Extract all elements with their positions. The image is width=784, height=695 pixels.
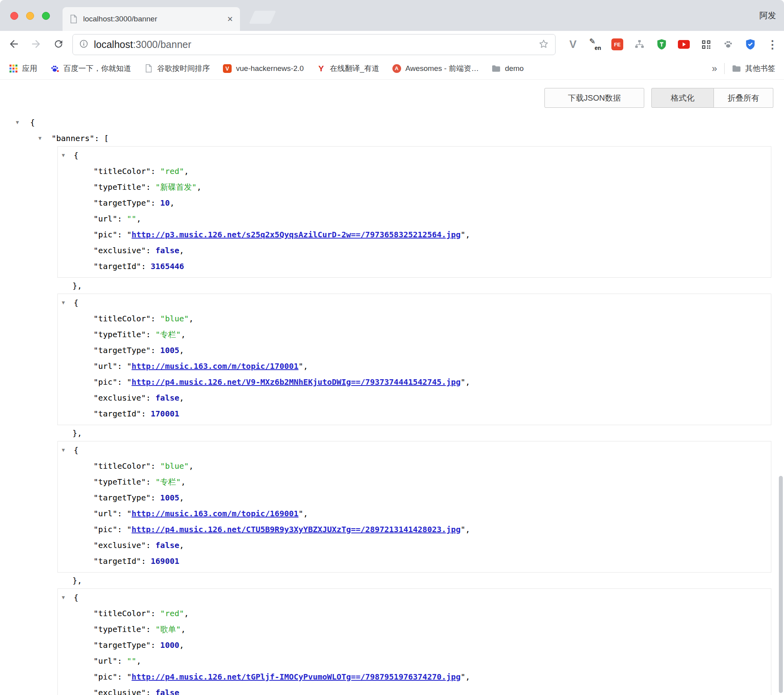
json-object-close: },: [16, 425, 771, 441]
json-tree: ▼{▼"banners": [▼{"titleColor": "red","ty…: [16, 115, 771, 695]
json-number-value: 1000: [160, 640, 179, 650]
collapse-all-button[interactable]: 折叠所有: [714, 88, 773, 108]
banner-object-box: ▼{"titleColor": "blue","typeTitle": "专栏"…: [57, 294, 771, 425]
bookmark-item[interactable]: Vvue-hackernews-2.0: [223, 64, 304, 73]
json-property-line: "targetType": 10,: [58, 195, 771, 211]
collapse-triangle-icon[interactable]: ▼: [62, 295, 65, 311]
fe-icon[interactable]: FE: [609, 36, 626, 53]
json-object-open: ▼{: [58, 295, 771, 311]
url-text[interactable]: localhost:3000/banner: [94, 39, 533, 50]
new-tab-button[interactable]: [249, 11, 276, 24]
format-button[interactable]: 格式化: [651, 88, 714, 108]
json-key: "typeTitle": [93, 182, 146, 192]
bookmarks-overflow-icon[interactable]: »: [712, 63, 717, 74]
json-link-value[interactable]: http://p4.music.126.net/V9-MXz6b2MNhEKju…: [131, 377, 461, 387]
json-punctuation: :: [151, 640, 160, 650]
json-property-line: "typeTitle": "专栏",: [58, 474, 771, 490]
fullscreen-window-button[interactable]: [42, 12, 50, 20]
json-property-line: "pic": "http://p3.music.126.net/s25q2x5Q…: [58, 227, 771, 242]
page-content: 下载JSON数据 格式化 折叠所有 ▼{▼"banners": [▼{"titl…: [0, 80, 784, 695]
vimium-icon[interactable]: V: [565, 36, 581, 53]
bookmark-item[interactable]: AAwesomes - 前端资…: [392, 63, 479, 74]
youtube-icon[interactable]: [676, 36, 692, 53]
json-link-value[interactable]: http://music.163.com/m/topic/169001: [131, 509, 298, 518]
json-key: "titleColor": [93, 609, 151, 618]
document-icon: [144, 64, 153, 73]
close-window-button[interactable]: [10, 12, 18, 20]
collapse-triangle-icon[interactable]: ▼: [62, 590, 65, 605]
json-property-line: "url": "http://music.163.com/m/topic/169…: [58, 506, 771, 521]
json-punctuation: ,: [179, 540, 184, 550]
json-punctuation: {: [74, 593, 78, 602]
scrollbar-thumb[interactable]: [779, 476, 783, 693]
reload-button[interactable]: [50, 35, 67, 53]
json-punctuation: ,: [170, 198, 175, 208]
collapse-triangle-icon[interactable]: ▼: [16, 115, 19, 130]
collapse-triangle-icon[interactable]: ▼: [62, 442, 65, 458]
view-mode-button-group: 格式化 折叠所有: [651, 88, 773, 108]
json-array-open: ▼"banners": [: [16, 130, 771, 146]
blue-shield-icon[interactable]: [742, 36, 759, 53]
banner-object: ▼{"titleColor": "blue","typeTitle": "专栏"…: [16, 294, 771, 441]
json-punctuation: },: [72, 428, 82, 438]
json-key: "titleColor": [93, 314, 151, 323]
info-icon[interactable]: [79, 39, 88, 50]
json-punctuation: :: [151, 314, 160, 323]
json-property-line: "titleColor": "red",: [58, 163, 771, 179]
paw-icon[interactable]: [720, 36, 736, 53]
bookmark-item[interactable]: Y在线翻译_有道: [316, 63, 379, 74]
json-key: "pic": [93, 525, 117, 534]
json-key: "url": [93, 361, 117, 371]
json-punctuation: ,: [465, 230, 470, 239]
browser-tab[interactable]: localhost:3000/banner ×: [63, 7, 240, 31]
toolbar: localhost:3000/banner V✎enFE⋮: [0, 31, 784, 57]
bookmark-item[interactable]: 应用: [9, 63, 37, 74]
bookmark-label: 百度一下，你就知道: [63, 63, 131, 74]
bookmark-label: vue-hackernews-2.0: [236, 64, 304, 73]
bookmark-item[interactable]: demo: [491, 64, 524, 73]
json-key: "banners": [51, 134, 94, 143]
address-bar[interactable]: localhost:3000/banner: [72, 34, 556, 55]
json-punctuation: ,: [189, 461, 194, 471]
json-punctuation: ,: [184, 166, 189, 176]
translate-icon[interactable]: ✎en: [587, 36, 603, 53]
collapse-triangle-icon[interactable]: ▼: [62, 147, 65, 163]
json-punctuation: ,: [189, 314, 194, 323]
json-key: "targetType": [93, 346, 151, 355]
json-punctuation: {: [74, 298, 78, 307]
json-punctuation: ,: [136, 214, 141, 223]
minimize-window-button[interactable]: [26, 12, 34, 20]
collapse-triangle-icon[interactable]: ▼: [38, 130, 42, 146]
green-shield-icon[interactable]: [653, 36, 670, 53]
json-punctuation: :: [151, 346, 160, 355]
json-number-value: false: [156, 688, 179, 695]
qrcode-icon[interactable]: [698, 36, 714, 53]
json-key: "exclusive": [93, 246, 146, 255]
banner-object-box: ▼{"titleColor": "blue","typeTitle": "专栏"…: [57, 441, 771, 573]
json-link-value[interactable]: http://p4.music.126.net/CTU5B9R9y3XyYBZX…: [131, 525, 461, 534]
json-punctuation: ,: [179, 346, 184, 355]
bookmark-star-icon[interactable]: [539, 39, 549, 51]
banner-object-box: ▼{"titleColor": "red","typeTitle": "新碟首发…: [57, 146, 771, 278]
apps-grid-icon: [9, 64, 18, 73]
json-punctuation: ": [127, 509, 131, 518]
browser-menu-icon[interactable]: ⋮: [764, 36, 781, 53]
bookmark-item[interactable]: 谷歌按时间排序: [144, 63, 210, 74]
json-punctuation: {: [74, 151, 78, 160]
json-number-value: 10: [160, 198, 170, 208]
json-punctuation: :: [151, 609, 160, 618]
back-button[interactable]: [5, 35, 23, 53]
profile-name[interactable]: 阿发: [759, 10, 776, 21]
bookmark-item[interactable]: 百度一下，你就知道: [50, 63, 131, 74]
json-link-value[interactable]: http://p3.music.126.net/s25q2x5QyqsAzilC…: [131, 230, 461, 239]
json-string-value: "blue": [160, 461, 189, 471]
json-punctuation: ": [461, 525, 465, 534]
tab-close-icon[interactable]: ×: [226, 14, 234, 24]
other-bookmarks-button[interactable]: 其他书签: [732, 63, 775, 74]
json-link-value[interactable]: http://p4.music.126.net/tGPljf-IMOCyPvum…: [131, 672, 461, 682]
org-chart-icon[interactable]: [631, 36, 648, 53]
download-json-button[interactable]: 下载JSON数据: [544, 88, 644, 108]
json-punctuation: ": [127, 230, 131, 239]
forward-button[interactable]: [27, 35, 45, 53]
json-link-value[interactable]: http://music.163.com/m/topic/170001: [131, 361, 298, 371]
